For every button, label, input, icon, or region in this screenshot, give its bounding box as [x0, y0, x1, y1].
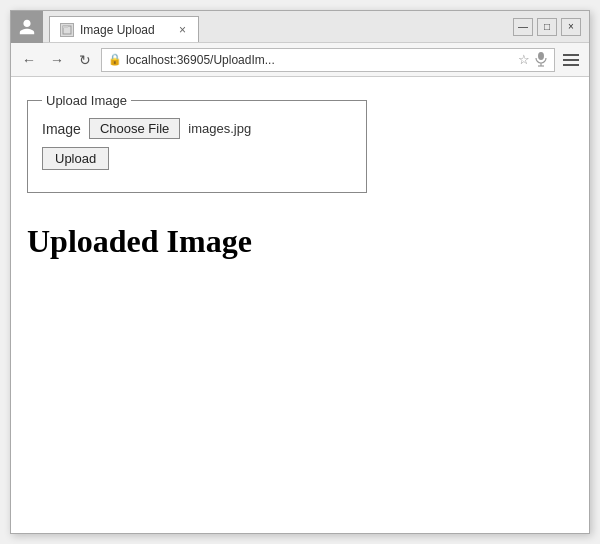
fieldset-legend: Upload Image [42, 93, 131, 108]
back-button[interactable]: ← [17, 48, 41, 72]
refresh-button[interactable]: ↻ [73, 48, 97, 72]
menu-line [563, 59, 579, 61]
file-name-display: images.jpg [188, 121, 251, 136]
image-label: Image [42, 121, 81, 137]
tab-area: Image Upload × [43, 11, 505, 42]
address-bar[interactable]: 🔒 localhost:36905/UploadIm... ☆ [101, 48, 555, 72]
tab-close-button[interactable]: × [177, 23, 188, 37]
tab-title: Image Upload [80, 23, 171, 37]
profile-area [11, 11, 43, 43]
close-button[interactable]: × [561, 18, 581, 36]
menu-line [563, 54, 579, 56]
profile-icon [18, 18, 36, 36]
svg-point-2 [538, 52, 544, 60]
window-controls: — □ × [505, 11, 589, 42]
tab-favicon [60, 23, 74, 37]
upload-row: Upload [42, 147, 352, 170]
address-text: localhost:36905/UploadIm... [126, 53, 514, 67]
menu-line [563, 64, 579, 66]
bookmark-icon[interactable]: ☆ [518, 52, 530, 67]
active-tab[interactable]: Image Upload × [49, 16, 199, 42]
address-icon: 🔒 [108, 53, 122, 66]
choose-file-button[interactable]: Choose File [89, 118, 180, 139]
page-content: Upload Image Image Choose File images.jp… [11, 77, 589, 533]
browser-window: Image Upload × — □ × ← → ↻ 🔒 localhost:3… [10, 10, 590, 534]
nav-bar: ← → ↻ 🔒 localhost:36905/UploadIm... ☆ [11, 43, 589, 77]
upload-fieldset: Upload Image Image Choose File images.jp… [27, 93, 367, 193]
upload-button[interactable]: Upload [42, 147, 109, 170]
title-bar: Image Upload × — □ × [11, 11, 589, 43]
image-row: Image Choose File images.jpg [42, 118, 352, 139]
forward-button[interactable]: → [45, 48, 69, 72]
svg-rect-1 [63, 26, 68, 28]
minimize-button[interactable]: — [513, 18, 533, 36]
mic-icon [534, 51, 548, 69]
uploaded-image-heading: Uploaded Image [27, 223, 573, 260]
restore-button[interactable]: □ [537, 18, 557, 36]
menu-button[interactable] [559, 48, 583, 72]
